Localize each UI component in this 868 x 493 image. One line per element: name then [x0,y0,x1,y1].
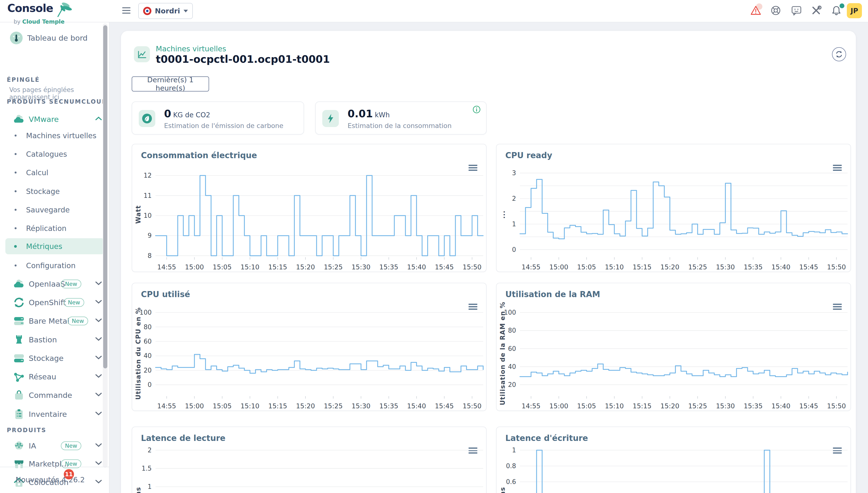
sidebar-group-inventaire[interactable]: Inventaire [0,406,109,422]
co2-value: 0 [164,108,171,120]
kwh-unit: kWh [375,111,390,119]
svg-text:15:00: 15:00 [185,263,204,271]
user-avatar[interactable]: JP [847,3,862,18]
sidebar-footer-divider [0,467,109,467]
new-badge: New [61,442,81,450]
svg-text:0: 0 [512,246,516,253]
new-badge: New [61,280,81,288]
sidebar-group-openiaas[interactable]: OpenIaaS New [0,276,109,292]
products-section-title: PRODUITS [7,427,46,434]
co2-caption: Estimation de l'émission de carbone [164,122,283,129]
sidebar-group-marketplace[interactable]: Marketpl... New [0,456,109,472]
svg-text:12: 12 [144,172,152,179]
notifications-bell-icon[interactable] [831,5,842,16]
sidebar-item-calcul[interactable]: Calcul [0,165,109,180]
svg-text:15:10: 15:10 [240,263,259,271]
sidebar-group-stockage[interactable]: Stockage [0,350,109,366]
sidebar-item-stockage-vmware[interactable]: Stockage [0,184,109,198]
organization-name: Nordri [155,7,180,15]
svg-text:2: 2 [148,447,152,454]
sidebar-group-commande[interactable]: Commande [0,387,109,403]
sidebar-item-machines-virtuelles[interactable]: Machines virtuelles [0,128,109,143]
chart-plot: 2040608010014:5515:0015:0515:1015:1515:2… [496,283,851,411]
svg-text:15:25: 15:25 [324,402,343,410]
svg-text:8: 8 [148,252,152,259]
bullet-icon [15,172,17,173]
sidebar-group-openshift[interactable]: OpenShift New [0,295,109,310]
chart-plot: 02040608010014:5515:0015:0515:1015:1515:… [132,283,487,411]
support-icon[interactable] [770,5,781,16]
sidebar-group-label: VMware [29,115,59,124]
svg-text:15:30: 15:30 [352,402,371,410]
svg-text:15:05: 15:05 [213,402,232,410]
new-badge: New [64,298,84,307]
svg-text:9: 9 [148,232,152,239]
sidebar-group-ia[interactable]: IA New [0,438,109,454]
svg-text:15:40: 15:40 [771,263,790,271]
chevron-down-icon [96,392,101,398]
sidebar-scrollbar-thumb[interactable] [103,25,107,368]
tools-icon[interactable] [810,5,822,16]
sidebar-group-vmware[interactable]: VMware [0,111,109,127]
cloud-icon [13,278,25,290]
sync-arrows-icon [13,296,25,309]
sidebar-item-metriques[interactable]: Métriques [0,239,109,254]
console-logo[interactable]: Console by Cloud Temple [7,2,72,25]
svg-text:15:50: 15:50 [463,402,482,410]
svg-text:15:30: 15:30 [716,402,735,410]
svg-text:15:05: 15:05 [213,263,232,271]
breadcrumb[interactable]: Machines virtuelles [156,45,226,53]
svg-text:20: 20 [508,381,516,388]
svg-text:15:30: 15:30 [716,263,735,271]
sidebar-item-configuration[interactable]: Configuration [0,258,109,273]
feedback-icon[interactable] [791,5,802,16]
svg-text:...: ... [499,210,506,218]
time-range-button[interactable]: Dernière(s) 1 heure(s) [132,77,209,91]
svg-text:15:40: 15:40 [771,402,790,410]
info-icon[interactable] [472,105,481,114]
svg-text:15:50: 15:50 [463,263,482,271]
svg-text:10: 10 [144,212,152,219]
sidebar-item-dashboard[interactable]: Tableau de bord [0,30,109,46]
pinned-section-title: ÉPINGLÉ [7,77,40,83]
bullet-icon [15,190,17,192]
svg-text:15:25: 15:25 [324,263,343,271]
chevron-down-icon [96,318,101,324]
svg-text:15:25: 15:25 [688,402,707,410]
chart-plot: 012314:5515:0015:0515:1015:1515:2015:251… [496,144,851,272]
svg-text:15:10: 15:10 [605,263,624,271]
sidebar-item-sauvegarde[interactable]: Sauvegarde [0,202,109,217]
svg-text:15:15: 15:15 [268,402,287,410]
svg-text:0.6: 0.6 [506,478,516,486]
sidebar-group-bastion[interactable]: Bastion [0,332,109,347]
sidebar: Tableau de bord ÉPINGLÉ Vos pages épingl… [0,22,109,493]
sidebar-item-replication[interactable]: Réplication [0,221,109,236]
svg-text:15:00: 15:00 [549,263,568,271]
kwh-caption: Estimation de la consommation [347,122,451,129]
menu-toggle-icon[interactable] [122,7,130,15]
sidebar-group-bare-metal[interactable]: Bare Metal New [0,313,109,329]
storage-server-icon [13,352,25,365]
svg-text:15:20: 15:20 [296,402,315,410]
sidebar-group-reseau[interactable]: Réseau [0,369,109,384]
whats-new-link[interactable]: Nouveautés 4.26.2 [16,475,85,484]
kwh-value: 0.01 [347,108,373,120]
svg-text:15:45: 15:45 [799,402,818,410]
chart-card-consommation: Consommation électrique 8910111214:5515:… [132,144,487,272]
network-icon [13,370,25,383]
chart-card-ram: Utilisation de la RAM 2040608010014:5515… [496,283,851,411]
sidebar-item-catalogues[interactable]: Catalogues [0,147,109,161]
organization-selector[interactable]: Nordri [138,3,193,19]
bullet-icon [14,245,17,248]
svg-text:15:45: 15:45 [799,263,818,271]
bullet-icon [15,153,17,155]
svg-text:15:15: 15:15 [633,263,652,271]
svg-text:Utilisation de la RAM en %: Utilisation de la RAM en % [499,301,506,405]
svg-text:0.8: 0.8 [506,462,516,470]
chevron-down-icon [96,443,101,448]
alert-icon[interactable] [750,5,761,16]
svg-text:15:20: 15:20 [660,402,679,410]
refresh-button[interactable] [832,47,846,61]
server-stack-icon [13,315,25,327]
dragonfly-icon [55,2,72,19]
